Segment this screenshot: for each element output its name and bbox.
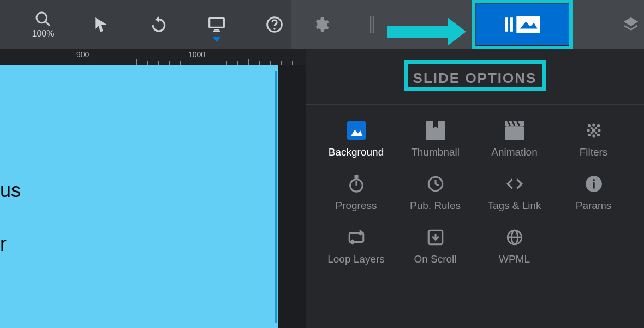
option-progress[interactable]: Progress: [317, 175, 396, 212]
svg-point-26: [597, 134, 599, 136]
slide-options-icon: [505, 15, 540, 34]
option-background[interactable]: Background: [317, 121, 396, 158]
option-filters[interactable]: Filters: [554, 121, 633, 158]
option-on-scroll[interactable]: On Scroll: [396, 228, 475, 265]
magnifier-icon: [34, 10, 52, 28]
toolbar-right: [291, 0, 644, 49]
option-wpml[interactable]: WPML: [475, 228, 554, 265]
option-label: Pub. Rules: [410, 200, 461, 212]
gear-icon: [312, 16, 330, 33]
svg-rect-7: [370, 16, 371, 33]
toolbar-left: 100%: [0, 0, 291, 49]
svg-point-18: [588, 125, 590, 127]
option-label: Tags & Link: [487, 200, 541, 212]
horizontal-ruler: 900 1000: [0, 49, 306, 65]
option-loop-layers[interactable]: Loop Layers: [317, 228, 396, 265]
option-label: Background: [329, 146, 384, 158]
svg-rect-9: [505, 17, 508, 32]
undo-button[interactable]: [146, 16, 172, 33]
panel-header: SLIDE OPTIONS: [306, 49, 644, 105]
pointer-tool[interactable]: [88, 16, 114, 33]
device-preview-button[interactable]: [204, 16, 230, 33]
download-box-icon: [426, 228, 445, 247]
svg-rect-32: [355, 175, 358, 177]
monitor-icon: [208, 16, 225, 33]
help-button[interactable]: [261, 16, 288, 33]
option-params[interactable]: Params: [554, 175, 633, 212]
svg-point-24: [588, 134, 590, 136]
code-icon: [505, 175, 524, 193]
selection-edge[interactable]: [275, 71, 277, 323]
grip-icon: [363, 16, 381, 33]
zoom-tool[interactable]: 100%: [30, 10, 56, 39]
svg-point-30: [595, 132, 597, 134]
option-label: Params: [576, 200, 611, 212]
svg-point-29: [591, 132, 592, 134]
options-grid: Background Thumbnail Animation Filters: [306, 105, 644, 265]
ruler-mark: 1000: [188, 50, 205, 59]
svg-point-20: [597, 125, 599, 127]
svg-rect-2: [210, 18, 224, 27]
zoom-level-label: 100%: [32, 29, 55, 39]
option-label: Animation: [491, 146, 538, 158]
slide-options-panel: SLIDE OPTIONS Background Thumbnail Anima…: [306, 49, 644, 328]
svg-rect-4: [213, 31, 220, 32]
option-label: Loop Layers: [327, 253, 385, 265]
globe-icon: [505, 228, 524, 247]
panel-title: SLIDE OPTIONS: [401, 64, 549, 92]
svg-rect-10: [510, 17, 513, 32]
option-thumbnail[interactable]: Thumbnail: [396, 121, 475, 158]
svg-point-22: [592, 129, 595, 132]
clapperboard-icon: [505, 121, 524, 140]
image-icon: [347, 121, 366, 140]
option-animation[interactable]: Animation: [475, 121, 554, 158]
drag-handle[interactable]: [367, 16, 378, 33]
svg-point-37: [593, 179, 595, 181]
chevron-down-icon: [212, 37, 221, 42]
undo-icon: [150, 16, 168, 33]
svg-point-28: [595, 127, 597, 129]
text-line: r: [0, 228, 21, 260]
svg-line-1: [45, 21, 50, 26]
svg-rect-13: [347, 121, 366, 140]
svg-rect-36: [593, 182, 594, 188]
option-tags-link[interactable]: Tags & Link: [475, 175, 554, 212]
info-icon: [585, 175, 603, 193]
pointer-icon: [92, 16, 110, 33]
option-label: WPML: [499, 253, 530, 265]
svg-point-19: [593, 124, 595, 126]
option-label: Thumbnail: [411, 146, 460, 158]
svg-point-25: [593, 135, 595, 137]
svg-point-0: [37, 13, 47, 23]
text-line: us: [0, 175, 21, 206]
stopwatch-icon: [347, 175, 366, 193]
svg-point-6: [273, 28, 275, 29]
ruler-mark: 900: [76, 50, 89, 59]
svg-point-23: [598, 129, 600, 132]
svg-rect-16: [505, 127, 524, 140]
option-label: On Scroll: [414, 253, 456, 265]
help-icon: [266, 16, 283, 33]
option-label: Progress: [335, 200, 377, 212]
option-label: Filters: [580, 146, 608, 158]
svg-rect-3: [214, 29, 219, 31]
layers-icon: [622, 16, 640, 33]
top-toolbar: 100%: [0, 0, 644, 49]
canvas-area[interactable]: us r: [0, 65, 295, 328]
svg-point-27: [591, 127, 592, 129]
settings-tab[interactable]: [308, 16, 334, 33]
dot-matrix-icon: [585, 121, 603, 140]
svg-rect-8: [373, 16, 374, 33]
canvas-text-fragment: us r: [0, 175, 21, 260]
bookmark-image-icon: [426, 121, 445, 140]
clock-icon: [426, 175, 445, 193]
loop-icon: [347, 228, 366, 247]
svg-point-21: [587, 129, 589, 132]
layers-tab[interactable]: [618, 16, 644, 33]
option-pub-rules[interactable]: Pub. Rules: [396, 175, 475, 212]
slide-options-tab[interactable]: [476, 4, 569, 45]
slide-canvas[interactable]: us r: [0, 65, 278, 328]
